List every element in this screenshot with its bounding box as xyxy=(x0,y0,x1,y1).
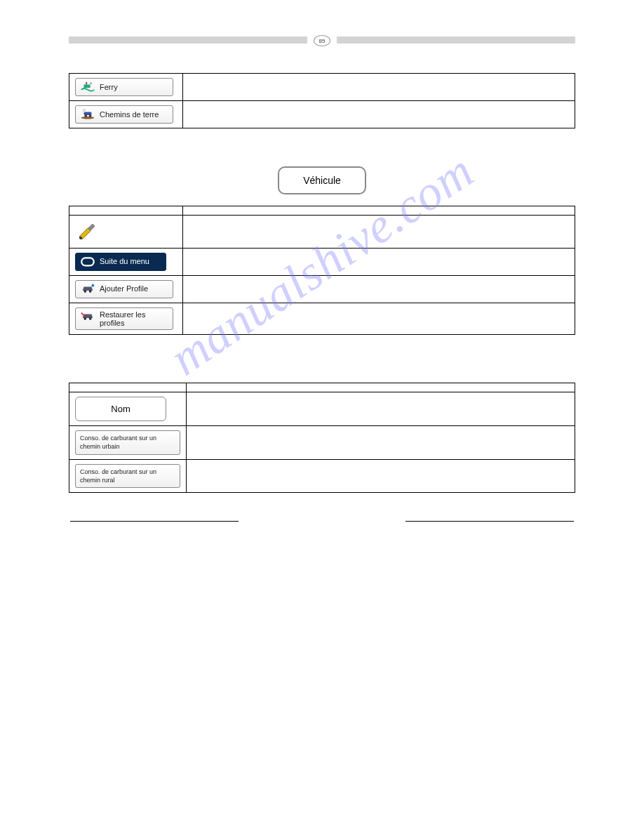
route-types-table: Ferry Chemins de terre xyxy=(69,73,575,128)
nom-desc xyxy=(187,392,575,426)
table-row: Restaurer les profiles xyxy=(69,303,575,334)
fuel-urban-button[interactable]: Conso. de carburant sur un chemin urbain xyxy=(75,430,180,454)
svg-point-3 xyxy=(81,117,94,119)
ferry-button[interactable]: Ferry xyxy=(75,78,173,96)
col-header-desc xyxy=(183,206,575,216)
add-profile-label: Ajouter Profile xyxy=(100,284,148,294)
restore-profiles-label1: Restaurer les xyxy=(100,310,145,319)
ferry-desc xyxy=(183,74,575,101)
svg-point-5 xyxy=(84,114,87,117)
dirt-road-desc xyxy=(183,101,575,128)
table-row: Conso. de carburant sur un chemin urbain xyxy=(69,426,575,459)
dirt-road-label: Chemins de terre xyxy=(100,110,159,120)
svg-rect-0 xyxy=(84,85,90,88)
svg-point-12 xyxy=(89,317,92,320)
suite-menu-button[interactable]: Suite du menu xyxy=(75,253,166,271)
suite-menu-label: Suite du menu xyxy=(100,256,149,267)
ferry-label: Ferry xyxy=(100,82,118,93)
page: manualshive.com 85 Ferry xyxy=(0,0,644,551)
table-row: Conso. de carburant sur un chemin rural xyxy=(69,459,575,492)
fuel-rural-label: Conso. de carburant sur un chemin rural xyxy=(80,468,175,484)
dirt-road-button[interactable]: Chemins de terre xyxy=(75,105,173,124)
vehicle-button[interactable]: Véhicule xyxy=(278,166,366,194)
loop-icon xyxy=(80,256,95,268)
table-row xyxy=(69,216,575,249)
ferry-icon xyxy=(80,81,95,93)
vehicle-label: Véhicule xyxy=(303,175,341,186)
restore-profiles-desc xyxy=(183,303,575,334)
table-row: Nom xyxy=(69,392,575,426)
footer-right xyxy=(405,521,574,523)
table-row: Chemins de terre xyxy=(69,101,575,128)
footer xyxy=(69,521,575,523)
car-dirt-icon xyxy=(80,108,95,121)
col-header-desc-2 xyxy=(187,383,575,392)
page-number-oval: 85 xyxy=(314,35,330,46)
svg-point-10 xyxy=(89,290,92,293)
footer-left xyxy=(70,521,239,523)
nom-button[interactable]: Nom xyxy=(75,397,166,422)
restore-profiles-button[interactable]: Restaurer les profiles xyxy=(75,307,173,330)
nom-label: Nom xyxy=(111,403,130,416)
svg-rect-8 xyxy=(81,258,94,265)
svg-point-9 xyxy=(84,290,87,293)
svg-rect-1 xyxy=(86,82,87,85)
svg-point-7 xyxy=(79,237,82,239)
profile-settings-table: Nom Conso. de carburant sur un chemin ur… xyxy=(69,383,575,493)
tools-desc xyxy=(183,216,575,249)
table-row: Suite du menu xyxy=(69,248,575,275)
svg-point-6 xyxy=(89,114,92,117)
tools-icon[interactable] xyxy=(75,220,99,241)
suite-menu-desc xyxy=(183,248,575,275)
col-header-button xyxy=(69,206,183,216)
car-plus-icon xyxy=(80,283,95,296)
table-row: Ferry xyxy=(69,74,575,101)
restore-profiles-label2: profiles xyxy=(100,319,145,327)
svg-point-2 xyxy=(90,82,93,85)
svg-point-11 xyxy=(84,317,87,320)
col-header-button-2 xyxy=(69,383,187,392)
fuel-urban-label: Conso. de carburant sur un chemin urbain xyxy=(80,434,175,451)
table-row: Ajouter Profile xyxy=(69,275,575,303)
car-wrench-icon xyxy=(80,310,95,323)
fuel-rural-button[interactable]: Conso. de carburant sur un chemin rural xyxy=(75,464,180,488)
add-profile-desc xyxy=(183,275,575,303)
header-bar: 85 xyxy=(69,35,575,45)
fuel-urban-desc xyxy=(187,426,575,459)
vehicle-profile-table: Suite du menu Ajouter Profile xyxy=(69,206,575,335)
add-profile-button[interactable]: Ajouter Profile xyxy=(75,280,173,298)
fuel-rural-desc xyxy=(187,459,575,492)
